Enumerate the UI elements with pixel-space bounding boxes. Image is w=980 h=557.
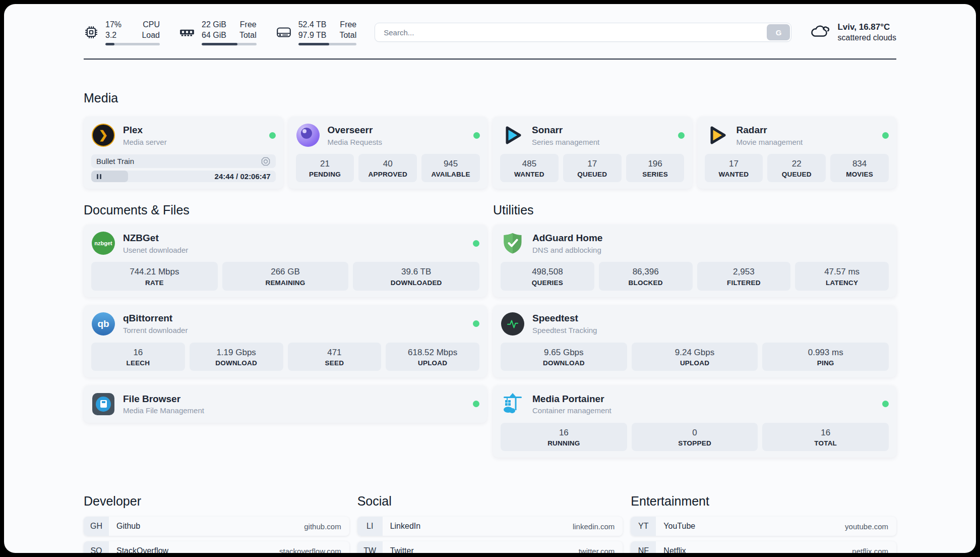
stat-available: 945 AVAILABLE: [421, 154, 480, 182]
memory-total-value: 64 GiB: [202, 30, 226, 40]
stat-wanted: 485 WANTED: [500, 154, 559, 182]
link-name: Twitter: [390, 546, 414, 553]
link-stackoverflow[interactable]: SO StackOverflow stackoverflow.com: [84, 541, 349, 553]
link-abbr: TW: [357, 541, 383, 553]
stat-leech: 16 LEECH: [91, 343, 185, 371]
app-name: qBittorrent: [123, 313, 188, 324]
app-card-portainer[interactable]: Media Portainer Container management 16 …: [493, 385, 896, 458]
stat-movies: 834 MOVIES: [830, 154, 889, 182]
top-bar: 17% 3.2 CPU Load: [84, 19, 896, 45]
stat-rate: 744.21 Mbps RATE: [91, 262, 218, 290]
search-input[interactable]: [376, 28, 767, 37]
link-url: stackoverflow.com: [279, 547, 341, 553]
stat-approved: 40 APPROVED: [358, 154, 417, 182]
link-netflix[interactable]: NF Netflix netflix.com: [631, 541, 896, 553]
status-online-dot: [473, 320, 479, 327]
link-abbr: NF: [631, 541, 656, 553]
media-grid: ❯ Plex Media server Bullet Train: [84, 117, 896, 189]
link-url: linkedin.com: [573, 522, 615, 531]
cpu-label-1: CPU: [142, 19, 160, 30]
weather-location-temp: Lviv, 16.87°C: [837, 22, 896, 33]
search-engine-button[interactable]: G: [767, 24, 790, 40]
app-description: Media Requests: [328, 138, 382, 146]
link-abbr: GH: [84, 517, 109, 536]
app-name: File Browser: [123, 394, 204, 405]
status-online-dot: [269, 132, 276, 139]
disk-label-1: Free: [339, 19, 356, 30]
radarr-icon: [705, 123, 729, 147]
link-abbr: SO: [84, 541, 109, 553]
stat-blocked: 86,396 BLOCKED: [599, 262, 693, 290]
memory-progress-bar: [202, 43, 257, 45]
stat-pending: 21 PENDING: [296, 154, 354, 182]
documents-column: Documents & Files nzbget NZBGet Usenet d…: [84, 203, 487, 431]
link-url: github.com: [304, 522, 341, 531]
stat-total: 16 TOTAL: [762, 423, 889, 451]
app-name: Radarr: [737, 125, 803, 136]
link-name: LinkedIn: [390, 522, 421, 531]
app-card-adguard[interactable]: AdGuard Home DNS and adblocking 498,508 …: [493, 225, 896, 297]
cpu-percent: 17%: [105, 19, 121, 30]
status-online-dot: [473, 401, 479, 407]
app-card-qbittorrent[interactable]: qb qBittorrent Torrent downloader 16 LEE…: [84, 305, 487, 377]
stat-queued: 22 QUEUED: [767, 154, 826, 182]
link-name: Netflix: [663, 546, 686, 553]
link-url: twitter.com: [579, 547, 615, 553]
cloud-icon: [810, 22, 831, 42]
app-card-speedtest[interactable]: Speedtest Speedtest Tracking 9.65 Gbps D…: [493, 305, 896, 377]
cpu-stat: 17% 3.2 CPU Load: [84, 19, 160, 45]
now-playing-title: Bullet Train: [96, 157, 134, 165]
app-card-nzbget[interactable]: nzbget NZBGet Usenet downloader 744.21 M…: [84, 225, 487, 297]
link-name: YouTube: [663, 522, 695, 531]
app-card-overseerr[interactable]: Overseerr Media Requests 21 PENDING 40 A…: [288, 117, 488, 189]
stat-upload: 9.24 Gbps UPLOAD: [632, 343, 758, 371]
app-description: Series management: [532, 138, 599, 146]
pause-button[interactable]: [97, 174, 101, 179]
disk-progress-bar: [298, 43, 357, 45]
stat-ping: 0.993 ms PING: [762, 343, 889, 371]
app-name: Media Portainer: [532, 394, 611, 405]
stat-downloaded: 39.6 TB DOWNLOADED: [353, 262, 479, 290]
app-description: Media File Management: [123, 406, 204, 415]
app-name: Speedtest: [532, 313, 597, 324]
memory-free-value: 22 GiB: [202, 19, 226, 30]
app-description: Media server: [123, 138, 167, 146]
cpu-load-value: 3.2: [105, 30, 121, 40]
memory-label-2: Total: [239, 30, 257, 40]
app-name: Overseerr: [328, 125, 382, 136]
app-card-radarr[interactable]: Radarr Movie management 17 WANTED 22 QUE…: [697, 117, 897, 189]
section-title-social: Social: [357, 494, 623, 509]
status-online-dot: [473, 240, 479, 247]
app-description: Container management: [532, 406, 611, 415]
sonarr-icon: [500, 123, 524, 147]
app-description: Speedtest Tracking: [532, 326, 597, 335]
disk-total-value: 97.9 TB: [298, 30, 327, 40]
disk-label-2: Total: [339, 30, 356, 40]
stat-seed: 471 SEED: [288, 343, 382, 371]
system-stats: 17% 3.2 CPU Load: [84, 19, 356, 45]
bookmark-group-developer: Developer GH Github github.com SO StackO…: [84, 494, 349, 553]
link-twitter[interactable]: TW Twitter twitter.com: [357, 541, 623, 553]
header-divider: [84, 59, 896, 60]
stat-stopped: 0 STOPPED: [632, 423, 758, 451]
stat-filtered: 2,953 FILTERED: [697, 262, 791, 290]
section-title-entertainment: Entertainment: [631, 494, 896, 509]
status-online-dot: [473, 132, 480, 139]
nzbget-icon: nzbget: [91, 231, 115, 255]
app-description: Usenet downloader: [123, 246, 188, 254]
now-playing-row: Bullet Train: [91, 154, 276, 168]
bookmark-group-entertainment: Entertainment YT YouTube youtube.com NF …: [631, 494, 896, 553]
app-card-plex[interactable]: ❯ Plex Media server Bullet Train: [84, 117, 283, 189]
disk-icon: [276, 25, 292, 40]
status-online-dot: [882, 401, 889, 407]
app-card-sonarr[interactable]: Sonarr Series management 485 WANTED 17 Q…: [493, 117, 692, 189]
link-github[interactable]: GH Github github.com: [84, 517, 349, 536]
playback-progress-bar: 24:44 / 02:06:47: [91, 171, 276, 182]
link-abbr: LI: [357, 517, 383, 536]
link-youtube[interactable]: YT YouTube youtube.com: [631, 517, 896, 536]
link-linkedin[interactable]: LI LinkedIn linkedin.com: [357, 517, 623, 536]
app-card-filebrowser[interactable]: File Browser Media File Management: [84, 385, 487, 423]
app-description: Torrent downloader: [123, 326, 188, 335]
stat-running: 16 RUNNING: [501, 423, 627, 451]
cast-icon[interactable]: [261, 156, 271, 166]
